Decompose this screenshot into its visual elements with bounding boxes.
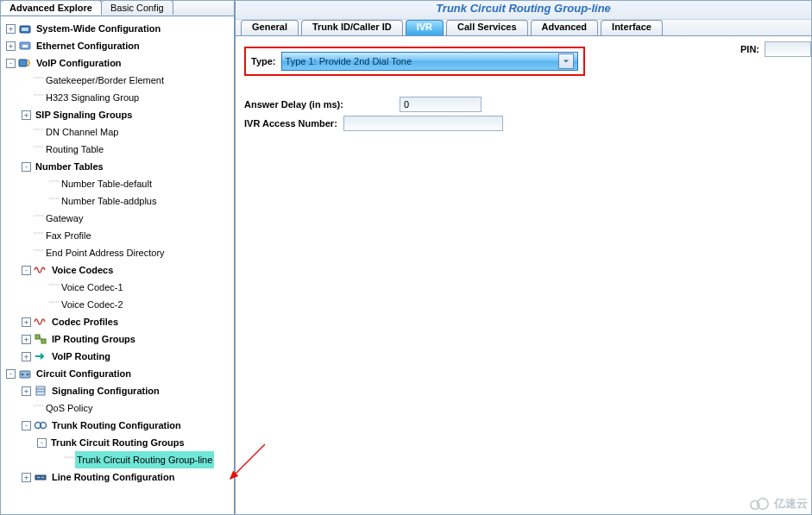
tree-node[interactable]: +Line Routing Configuration (3, 468, 232, 486)
tree-node[interactable]: +Ethernet Configuration (3, 37, 232, 54)
tree-node[interactable]: +VoIP Routing (3, 348, 232, 365)
tree-label[interactable]: Gateway (44, 210, 85, 227)
sigcfg-icon (34, 384, 47, 398)
tree-node[interactable]: +IP Routing Groups (3, 330, 232, 348)
tree-label[interactable]: Fax Profile (44, 227, 93, 244)
tree-label[interactable]: SIP Signaling Groups (34, 106, 134, 123)
tree-spacer (22, 93, 31, 103)
pin-input[interactable] (765, 41, 811, 57)
voip-icon (18, 56, 32, 70)
nav-tree: +System-Wide Configuration+Ethernet Conf… (1, 16, 234, 514)
type-select[interactable]: Type 1: Provide 2nd Dial Tone (281, 52, 578, 71)
pin-field-group: PIN: (740, 41, 811, 57)
tree-spacer (37, 179, 47, 189)
tree-label[interactable]: Voice Codec-1 (60, 279, 125, 296)
tree-label[interactable]: Number Table-default (60, 175, 154, 192)
chevron-down-icon[interactable] (558, 53, 574, 69)
ivr-access-input[interactable] (343, 116, 503, 131)
tree-node[interactable]: -Number Tables (3, 158, 232, 175)
tree-label[interactable]: VoIP Configuration (35, 54, 123, 72)
page-title: Trunk Circuit Routing Group-line (236, 1, 811, 20)
tree-label[interactable]: VoIP Routing (50, 348, 112, 365)
tree-node[interactable]: Voice Codec-2 (3, 296, 232, 313)
right-panel: Trunk Circuit Routing Group-line General… (236, 1, 811, 514)
collapse-icon[interactable]: - (22, 162, 31, 172)
right-tab-ivr[interactable]: IVR (406, 20, 444, 35)
tree-label[interactable]: Trunk Routing Configuration (50, 417, 183, 434)
right-tab-general[interactable]: General (241, 20, 299, 35)
right-tab-interface[interactable]: Interface (601, 20, 663, 35)
tree-spacer (53, 455, 62, 465)
circuit-icon (18, 367, 32, 380)
tree-spacer (22, 128, 31, 137)
tree-node[interactable]: -Trunk Routing Configuration (3, 417, 232, 434)
tree-connector (34, 242, 44, 264)
tree-label[interactable]: End Point Address Directory (44, 244, 167, 261)
tree-label[interactable]: Number Table-addplus (60, 192, 158, 210)
tree-label[interactable]: Codec Profiles (50, 313, 120, 330)
tree-label[interactable]: System-Wide Configuration (35, 20, 162, 37)
left-tab-0[interactable]: Advanced Explore (1, 0, 102, 15)
tree-label[interactable]: DN Channel Map (44, 123, 120, 141)
collapse-icon[interactable]: - (22, 421, 31, 430)
vroute-icon (34, 349, 47, 363)
tree-node[interactable]: -Circuit Configuration (3, 365, 232, 382)
tree-label[interactable]: Voice Codecs (50, 261, 115, 279)
tree-node[interactable]: Number Table-default (3, 175, 232, 192)
right-tabs: GeneralTrunk ID/Caller IDIVRCall Service… (236, 20, 811, 36)
tree-label[interactable]: Voice Codec-2 (60, 296, 125, 313)
tree-node[interactable]: Routing Table (3, 141, 232, 158)
tree-spacer (37, 197, 47, 206)
collapse-icon[interactable]: - (6, 369, 16, 379)
ivr-content: Type: Type 1: Provide 2nd Dial Tone PIN:… (236, 36, 811, 514)
tree-label[interactable]: Circuit Configuration (35, 365, 133, 382)
tree-label[interactable]: Signaling Configuration (50, 382, 161, 399)
answer-delay-input[interactable] (400, 97, 482, 112)
iprg-icon (34, 332, 47, 346)
type-select-value: Type 1: Provide 2nd Dial Tone (286, 56, 412, 66)
right-tab-call-services[interactable]: Call Services (446, 20, 528, 35)
trunk-icon (34, 418, 47, 432)
tree-connector (34, 397, 44, 419)
tree-spacer (22, 214, 31, 223)
expand-icon[interactable]: + (22, 110, 31, 120)
tree-node[interactable]: H323 Signaling Group (3, 89, 232, 106)
type-label: Type: (251, 56, 276, 66)
expand-icon[interactable]: + (22, 335, 31, 344)
tree-node[interactable]: End Point Address Directory (3, 244, 232, 261)
tree-label[interactable]: Line Routing Configuration (50, 468, 176, 486)
tree-label[interactable]: H323 Signaling Group (44, 89, 141, 106)
right-tab-advanced[interactable]: Advanced (531, 20, 599, 35)
expand-icon[interactable]: + (6, 41, 16, 51)
tree-spacer (22, 248, 31, 258)
tree-node[interactable]: -Trunk Circuit Routing Groups (3, 434, 232, 451)
tree-label[interactable]: Routing Table (44, 141, 105, 158)
tree-spacer (22, 145, 31, 154)
tree-label[interactable]: Gatekeeper/Border Element (44, 72, 166, 89)
tree-label[interactable]: Trunk Circuit Routing Group-line (75, 451, 214, 468)
tree-node[interactable]: +Codec Profiles (3, 313, 232, 330)
expand-icon[interactable]: + (22, 473, 31, 482)
expand-icon[interactable]: + (22, 386, 31, 396)
expand-icon[interactable]: + (22, 352, 31, 361)
expand-icon[interactable]: + (6, 24, 16, 34)
tree-node[interactable]: Voice Codec-1 (3, 279, 232, 296)
tree-node[interactable]: Trunk Circuit Routing Group-line (3, 451, 232, 468)
tree-label[interactable]: IP Routing Groups (50, 330, 137, 348)
tree-node[interactable]: +System-Wide Configuration (3, 20, 232, 37)
expand-icon[interactable]: + (22, 317, 31, 327)
tree-label[interactable]: QoS Policy (44, 399, 94, 417)
collapse-icon[interactable]: - (37, 438, 47, 448)
left-tab-1[interactable]: Basic Config (102, 0, 173, 15)
tree-label[interactable]: Ethernet Configuration (35, 37, 142, 54)
tree-node[interactable]: -Voice Codecs (3, 261, 232, 279)
answer-delay-label: Answer Delay (in ms): (244, 99, 400, 110)
tree-spacer (22, 231, 31, 241)
tree-node[interactable]: QoS Policy (3, 399, 232, 417)
right-tab-trunk-id-caller-id[interactable]: Trunk ID/Caller ID (301, 20, 403, 35)
tree-label[interactable]: Number Tables (34, 158, 105, 175)
collapse-icon[interactable]: - (6, 59, 16, 68)
collapse-icon[interactable]: - (22, 266, 31, 275)
type-field-group: Type: Type 1: Provide 2nd Dial Tone (244, 47, 585, 76)
wave-icon (34, 263, 47, 277)
